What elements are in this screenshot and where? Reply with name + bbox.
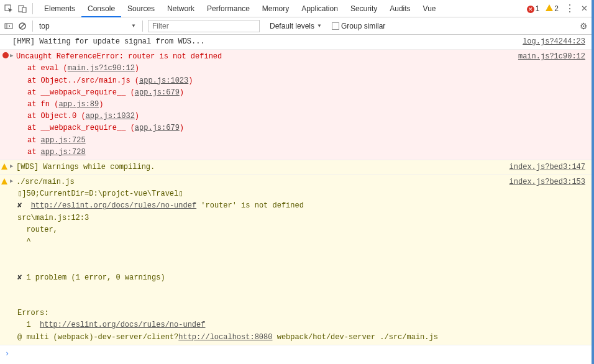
tab-network[interactable]: Network xyxy=(161,1,201,17)
devtools-toolbar: Elements Console Sources Network Perform… xyxy=(0,0,592,17)
warning-detail: ▯]50;CurrentDir=D:\projct-vue\Travel▯ ✘ … xyxy=(12,188,587,343)
stack-link[interactable]: app.js:1023 xyxy=(139,76,188,85)
stack-text: ) xyxy=(135,112,139,121)
levels-label: Default levels xyxy=(270,22,314,30)
log-message: [HMR] Waiting for update signal from WDS… xyxy=(12,37,205,46)
more-menu-icon[interactable]: ⋮ xyxy=(565,2,575,14)
warning-message: ./src/main.js xyxy=(12,178,75,186)
source-link[interactable]: index.js?bed3:147 xyxy=(509,162,585,173)
chevron-down-icon: ▼ xyxy=(131,23,136,29)
inspect-icon[interactable] xyxy=(4,4,14,14)
warning-row: ▶ ./src/main.js index.js?bed3:153 ▯]50;C… xyxy=(0,175,592,345)
detail-line: webpack/hot/dev-server ./src/main.js xyxy=(272,333,437,342)
stack-text: at xyxy=(27,148,41,157)
stack-text: ) xyxy=(180,88,184,97)
console-filter-bar: top ▼ Default levels ▼ Group similar ⚙ xyxy=(0,17,592,35)
filter-input[interactable] xyxy=(148,20,260,32)
separator xyxy=(32,20,33,32)
separator xyxy=(142,20,143,32)
detail-line: ▯]50;CurrentDir=D:\projct-vue\Travel▯ xyxy=(17,188,587,200)
expand-caret-icon[interactable]: ▶ xyxy=(10,177,13,186)
error-counter[interactable]: ✕1 xyxy=(527,4,540,13)
tab-elements[interactable]: Elements xyxy=(38,1,81,17)
clear-console-icon[interactable] xyxy=(17,21,27,31)
stack-text: ) xyxy=(135,64,139,73)
warning-message: [WDS] Warnings while compiling. xyxy=(12,163,155,171)
tab-console[interactable]: Console xyxy=(81,1,121,17)
expand-caret-icon[interactable]: ▶ xyxy=(10,52,13,60)
stack-link[interactable]: app.js:725 xyxy=(41,136,86,145)
close-icon[interactable]: ✕ xyxy=(581,4,588,13)
warning-counter[interactable]: 2 xyxy=(546,4,559,13)
detail-line: 1 xyxy=(17,321,40,329)
detail-line: 'router' is not defined xyxy=(196,201,304,210)
stack-link[interactable]: app.js:679 xyxy=(135,124,180,132)
cross-icon: ✘ xyxy=(17,201,22,210)
chevron-down-icon: ▼ xyxy=(317,23,322,29)
context-value: top xyxy=(39,22,50,30)
stack-text: ) xyxy=(99,100,103,109)
stack-link[interactable]: app.js:1032 xyxy=(86,112,135,121)
detail-line: router, xyxy=(17,224,587,236)
detail-line: src\main.js:12:3 xyxy=(17,212,587,224)
tab-security[interactable]: Security xyxy=(344,1,383,17)
stack-text: at Object../src/main.js ( xyxy=(27,76,139,85)
warning-icon xyxy=(1,163,7,170)
error-message: Uncaught ReferenceError: router is not d… xyxy=(12,52,222,61)
tab-memory[interactable]: Memory xyxy=(256,1,295,17)
detail-line: 1 problem (1 error, 0 warnings) xyxy=(22,273,165,282)
source-link[interactable]: main.js?1c90:12 xyxy=(518,51,585,63)
console-messages: [HMR] Waiting for update signal from WDS… xyxy=(0,35,592,362)
warning-row: ▶ [WDS] Warnings while compiling. index.… xyxy=(0,160,592,175)
eslint-rule-link[interactable]: http://eslint.org/docs/rules/no-undef xyxy=(31,201,196,210)
detail-line: Errors: xyxy=(17,307,587,319)
tab-sources[interactable]: Sources xyxy=(121,1,161,17)
stack-text: at __webpack_require__ ( xyxy=(27,88,135,97)
checkbox-icon xyxy=(332,22,339,30)
gear-icon[interactable]: ⚙ xyxy=(580,21,588,31)
context-selector[interactable]: top ▼ xyxy=(38,20,137,32)
stack-link[interactable]: app.js:728 xyxy=(41,148,86,157)
error-icon: ✕ xyxy=(527,6,534,13)
expand-caret-icon[interactable]: ▶ xyxy=(10,162,13,171)
stack-text: at fn ( xyxy=(27,100,58,109)
tab-vue[interactable]: Vue xyxy=(417,1,442,17)
stack-text: ) xyxy=(188,76,193,85)
svg-rect-3 xyxy=(5,24,12,29)
stack-link[interactable]: app.js:679 xyxy=(135,88,180,97)
console-prompt[interactable]: › xyxy=(0,345,592,362)
toggle-sidebar-icon[interactable] xyxy=(4,21,14,31)
stack-link[interactable]: main.js?1c90:12 xyxy=(68,64,135,73)
warn-count-value: 2 xyxy=(554,4,559,13)
source-link[interactable]: log.js?4244:23 xyxy=(523,36,585,48)
toolbar-right: ✕1 2 ⋮ ✕ xyxy=(527,2,588,14)
separator xyxy=(32,3,33,14)
svg-line-6 xyxy=(20,24,25,29)
log-row: [HMR] Waiting for update signal from WDS… xyxy=(0,35,592,50)
warning-icon xyxy=(1,178,7,184)
eslint-rule-link[interactable]: http://eslint.org/docs/rules/no-undef xyxy=(40,321,205,329)
tab-application[interactable]: Application xyxy=(295,1,344,17)
stack-text: at eval ( xyxy=(27,64,68,73)
stack-link[interactable]: app.js:89 xyxy=(58,100,99,109)
svg-rect-2 xyxy=(22,7,26,12)
warning-icon xyxy=(546,4,553,11)
stack-trace: at eval (main.js?1c90:12) at Object../sr… xyxy=(12,63,587,158)
detail-line: ^ xyxy=(17,236,587,248)
stack-text: ) xyxy=(180,124,184,132)
levels-dropdown[interactable]: Default levels ▼ xyxy=(270,22,322,30)
detail-line: @ multi (webpack)-dev-server/client? xyxy=(17,333,178,342)
prompt-icon: › xyxy=(5,349,9,358)
source-link[interactable]: index.js?bed3:153 xyxy=(509,176,585,188)
error-icon xyxy=(2,52,9,58)
error-count-value: 1 xyxy=(536,4,540,13)
group-label: Group similar xyxy=(341,22,385,30)
error-row: ▶ Uncaught ReferenceError: router is not… xyxy=(0,50,592,160)
stack-text: at xyxy=(27,136,41,145)
device-icon[interactable] xyxy=(17,4,27,14)
localhost-link[interactable]: http://localhost:8080 xyxy=(178,333,272,342)
group-similar-toggle[interactable]: Group similar xyxy=(332,22,385,30)
tab-audits[interactable]: Audits xyxy=(383,1,416,17)
tab-performance[interactable]: Performance xyxy=(201,1,256,17)
stack-text: at Object.0 ( xyxy=(27,112,86,121)
